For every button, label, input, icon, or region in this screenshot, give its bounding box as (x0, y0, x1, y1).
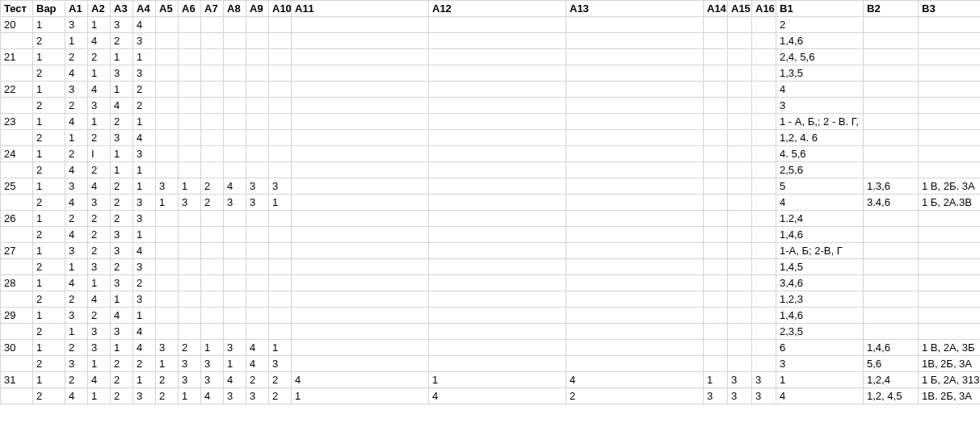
cell[interactable] (919, 324, 981, 340)
cell[interactable]: 4 (65, 114, 88, 130)
cell[interactable] (728, 33, 752, 49)
cell[interactable] (752, 162, 776, 178)
cell[interactable]: 3.4,6 (864, 195, 919, 211)
cell[interactable]: 3 (133, 65, 156, 82)
cell[interactable] (1, 259, 33, 275)
cell[interactable] (864, 33, 919, 49)
cell[interactable]: 4 (65, 388, 88, 404)
cell[interactable] (864, 17, 919, 33)
cell[interactable]: 1 (33, 17, 65, 33)
cell[interactable]: 4 (224, 372, 246, 388)
cell[interactable] (156, 146, 179, 162)
cell[interactable]: 4 (65, 162, 88, 178)
cell[interactable] (224, 275, 246, 291)
cell[interactable] (201, 98, 224, 114)
cell[interactable]: 3 (179, 372, 201, 388)
cell[interactable]: 2 (111, 211, 133, 227)
cell[interactable]: 2 (111, 114, 133, 130)
cell[interactable]: 2 (156, 388, 179, 404)
cell[interactable] (246, 243, 269, 259)
cell[interactable]: 3 (111, 243, 133, 259)
cell[interactable]: 2 (111, 195, 133, 211)
cell[interactable]: 1 (88, 65, 111, 82)
cell[interactable]: 4 (65, 227, 88, 243)
cell[interactable] (752, 98, 776, 114)
cell[interactable]: 3 (224, 340, 246, 356)
cell[interactable]: 2 (201, 195, 224, 211)
cell[interactable] (201, 227, 224, 243)
cell[interactable]: 1,4,6 (776, 33, 864, 49)
cell[interactable]: 25 (1, 178, 33, 195)
cell[interactable]: 1 (33, 49, 65, 65)
cell[interactable] (201, 33, 224, 49)
cell[interactable] (752, 82, 776, 98)
cell[interactable] (752, 65, 776, 82)
cell[interactable]: 2 (33, 33, 65, 49)
cell[interactable] (704, 65, 728, 82)
cell[interactable]: 1 (156, 356, 179, 372)
cell[interactable] (246, 98, 269, 114)
cell[interactable] (566, 17, 704, 33)
cell[interactable]: 4 (133, 324, 156, 340)
cell[interactable]: 2 (566, 388, 704, 404)
cell[interactable]: 2 (88, 243, 111, 259)
cell[interactable] (566, 98, 704, 114)
cell[interactable] (429, 243, 566, 259)
cell[interactable] (269, 130, 292, 146)
cell[interactable]: 4 (776, 82, 864, 98)
cell[interactable] (864, 98, 919, 114)
cell[interactable]: 3 (269, 356, 292, 372)
cell[interactable]: 3 (111, 17, 133, 33)
cell[interactable]: 3,4,6 (776, 275, 864, 291)
cell[interactable] (156, 162, 179, 178)
cell[interactable] (864, 275, 919, 291)
cell[interactable] (566, 243, 704, 259)
cell[interactable]: 3 (133, 211, 156, 227)
cell[interactable]: 3 (88, 195, 111, 211)
cell[interactable]: 2 (133, 98, 156, 114)
cell[interactable]: 2 (111, 372, 133, 388)
cell[interactable] (292, 243, 429, 259)
cell[interactable] (919, 162, 981, 178)
cell[interactable]: 2 (88, 49, 111, 65)
cell[interactable]: 1,2,4 (864, 372, 919, 388)
cell[interactable] (224, 308, 246, 324)
cell[interactable]: 2 (111, 356, 133, 372)
cell[interactable] (201, 275, 224, 291)
cell[interactable] (429, 259, 566, 275)
cell[interactable] (919, 211, 981, 227)
cell[interactable] (269, 324, 292, 340)
cell[interactable] (704, 356, 728, 372)
cell[interactable] (156, 211, 179, 227)
cell[interactable] (752, 340, 776, 356)
cell[interactable]: 4 (776, 195, 864, 211)
cell[interactable]: 1.2,4 (776, 211, 864, 227)
cell[interactable]: 1,2, 4. 6 (776, 130, 864, 146)
cell[interactable]: 4. 5,6 (776, 146, 864, 162)
cell[interactable] (292, 275, 429, 291)
cell[interactable]: 2 (111, 388, 133, 404)
cell[interactable]: 2 (246, 372, 269, 388)
cell[interactable]: 4 (292, 372, 429, 388)
cell[interactable] (224, 243, 246, 259)
cell[interactable]: 1 (65, 130, 88, 146)
cell[interactable] (156, 33, 179, 49)
cell[interactable] (292, 308, 429, 324)
cell[interactable] (224, 324, 246, 340)
cell[interactable] (224, 211, 246, 227)
cell[interactable] (864, 227, 919, 243)
cell[interactable] (704, 324, 728, 340)
cell[interactable]: 30 (1, 340, 33, 356)
cell[interactable] (752, 17, 776, 33)
cell[interactable] (864, 308, 919, 324)
cell[interactable] (224, 82, 246, 98)
cell[interactable] (728, 275, 752, 291)
cell[interactable]: 1 (33, 372, 65, 388)
cell[interactable] (179, 130, 201, 146)
cell[interactable] (429, 82, 566, 98)
cell[interactable]: 1 (88, 17, 111, 33)
cell[interactable] (429, 33, 566, 49)
cell[interactable]: 2 (65, 291, 88, 308)
cell[interactable] (919, 17, 981, 33)
cell[interactable] (429, 130, 566, 146)
